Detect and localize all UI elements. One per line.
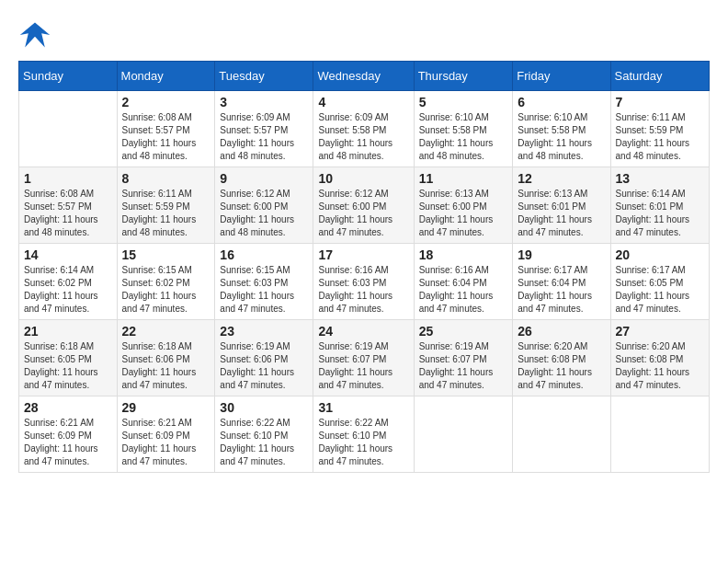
day-number: 2 bbox=[122, 95, 210, 109]
day-number: 30 bbox=[220, 400, 308, 415]
day-info: Sunrise: 6:10 AM Sunset: 5:58 PM Dayligh… bbox=[419, 111, 508, 163]
day-number: 15 bbox=[122, 247, 210, 262]
day-number: 14 bbox=[24, 247, 112, 262]
calendar-cell: 6 Sunrise: 6:10 AM Sunset: 5:58 PM Dayli… bbox=[513, 91, 610, 167]
calendar-cell: 12 Sunrise: 6:13 AM Sunset: 6:01 PM Dayl… bbox=[513, 167, 610, 244]
day-info: Sunrise: 6:17 AM Sunset: 6:04 PM Dayligh… bbox=[518, 264, 605, 316]
calendar-cell: 10 Sunrise: 6:12 AM Sunset: 6:00 PM Dayl… bbox=[313, 167, 414, 244]
day-info: Sunrise: 6:08 AM Sunset: 5:57 PM Dayligh… bbox=[122, 111, 210, 163]
calendar-cell: 3 Sunrise: 6:09 AM Sunset: 5:57 PM Dayli… bbox=[215, 91, 313, 167]
day-number: 25 bbox=[419, 324, 508, 339]
day-number: 22 bbox=[122, 324, 210, 339]
day-header-monday: Monday bbox=[117, 62, 215, 91]
day-number: 5 bbox=[419, 95, 508, 109]
day-header-saturday: Saturday bbox=[610, 62, 709, 91]
day-info: Sunrise: 6:11 AM Sunset: 5:59 PM Dayligh… bbox=[122, 188, 210, 239]
calendar-cell: 20 Sunrise: 6:17 AM Sunset: 6:05 PM Dayl… bbox=[610, 244, 709, 320]
calendar-cell: 7 Sunrise: 6:11 AM Sunset: 5:59 PM Dayli… bbox=[610, 91, 709, 167]
calendar-cell: 17 Sunrise: 6:16 AM Sunset: 6:03 PM Dayl… bbox=[313, 244, 414, 320]
calendar-cell: 27 Sunrise: 6:20 AM Sunset: 6:08 PM Dayl… bbox=[610, 320, 709, 396]
calendar-table: SundayMondayTuesdayWednesdayThursdayFrid… bbox=[18, 61, 710, 473]
day-info: Sunrise: 6:22 AM Sunset: 6:10 PM Dayligh… bbox=[318, 417, 408, 468]
logo-icon bbox=[18, 18, 51, 52]
day-number: 1 bbox=[24, 171, 112, 186]
day-number: 4 bbox=[318, 95, 408, 109]
day-number: 6 bbox=[518, 95, 605, 109]
day-info: Sunrise: 6:13 AM Sunset: 6:00 PM Dayligh… bbox=[419, 188, 508, 239]
calendar-cell: 5 Sunrise: 6:10 AM Sunset: 5:58 PM Dayli… bbox=[414, 91, 513, 167]
calendar-cell: 26 Sunrise: 6:20 AM Sunset: 6:08 PM Dayl… bbox=[513, 320, 610, 396]
day-info: Sunrise: 6:21 AM Sunset: 6:09 PM Dayligh… bbox=[24, 417, 112, 468]
calendar-cell: 28 Sunrise: 6:21 AM Sunset: 6:09 PM Dayl… bbox=[19, 396, 118, 473]
day-number: 12 bbox=[518, 171, 605, 186]
calendar-cell: 13 Sunrise: 6:14 AM Sunset: 6:01 PM Dayl… bbox=[610, 167, 709, 244]
day-number: 28 bbox=[24, 400, 112, 415]
calendar-week-3: 21 Sunrise: 6:18 AM Sunset: 6:05 PM Dayl… bbox=[19, 320, 710, 396]
day-info: Sunrise: 6:16 AM Sunset: 6:03 PM Dayligh… bbox=[318, 264, 408, 316]
calendar-cell: 25 Sunrise: 6:19 AM Sunset: 6:07 PM Dayl… bbox=[414, 320, 513, 396]
day-info: Sunrise: 6:14 AM Sunset: 6:02 PM Dayligh… bbox=[24, 264, 112, 316]
day-number: 11 bbox=[419, 171, 508, 186]
calendar-week-0: 2 Sunrise: 6:08 AM Sunset: 5:57 PM Dayli… bbox=[19, 91, 710, 167]
day-info: Sunrise: 6:20 AM Sunset: 6:08 PM Dayligh… bbox=[518, 340, 605, 392]
calendar-cell: 22 Sunrise: 6:18 AM Sunset: 6:06 PM Dayl… bbox=[117, 320, 215, 396]
calendar-cell: 30 Sunrise: 6:22 AM Sunset: 6:10 PM Dayl… bbox=[215, 396, 313, 473]
calendar-cell: 31 Sunrise: 6:22 AM Sunset: 6:10 PM Dayl… bbox=[313, 396, 414, 473]
calendar-cell: 16 Sunrise: 6:15 AM Sunset: 6:03 PM Dayl… bbox=[215, 244, 313, 320]
day-info: Sunrise: 6:11 AM Sunset: 5:59 PM Dayligh… bbox=[616, 111, 704, 163]
day-number: 20 bbox=[616, 247, 704, 262]
day-info: Sunrise: 6:18 AM Sunset: 6:05 PM Dayligh… bbox=[24, 340, 112, 392]
svg-marker-0 bbox=[20, 23, 50, 48]
calendar-week-4: 28 Sunrise: 6:21 AM Sunset: 6:09 PM Dayl… bbox=[19, 396, 710, 473]
day-number: 21 bbox=[24, 324, 112, 339]
calendar-cell: 14 Sunrise: 6:14 AM Sunset: 6:02 PM Dayl… bbox=[19, 244, 118, 320]
calendar-cell: 21 Sunrise: 6:18 AM Sunset: 6:05 PM Dayl… bbox=[19, 320, 118, 396]
day-header-friday: Friday bbox=[513, 62, 610, 91]
day-info: Sunrise: 6:14 AM Sunset: 6:01 PM Dayligh… bbox=[616, 188, 704, 239]
day-info: Sunrise: 6:12 AM Sunset: 6:00 PM Dayligh… bbox=[220, 188, 308, 239]
day-info: Sunrise: 6:12 AM Sunset: 6:00 PM Dayligh… bbox=[318, 188, 408, 239]
day-header-wednesday: Wednesday bbox=[313, 62, 414, 91]
day-number: 17 bbox=[318, 247, 408, 262]
calendar-cell: 11 Sunrise: 6:13 AM Sunset: 6:00 PM Dayl… bbox=[414, 167, 513, 244]
day-number: 3 bbox=[220, 95, 308, 109]
day-number: 16 bbox=[220, 247, 308, 262]
day-info: Sunrise: 6:15 AM Sunset: 6:03 PM Dayligh… bbox=[220, 264, 308, 316]
day-number: 7 bbox=[616, 95, 704, 109]
day-info: Sunrise: 6:09 AM Sunset: 5:57 PM Dayligh… bbox=[220, 111, 308, 163]
day-header-sunday: Sunday bbox=[19, 62, 118, 91]
day-number: 23 bbox=[220, 324, 308, 339]
calendar-cell bbox=[414, 396, 513, 473]
calendar-header-row: SundayMondayTuesdayWednesdayThursdayFrid… bbox=[19, 62, 710, 91]
calendar-cell: 1 Sunrise: 6:08 AM Sunset: 5:57 PM Dayli… bbox=[19, 167, 118, 244]
day-info: Sunrise: 6:19 AM Sunset: 6:07 PM Dayligh… bbox=[419, 340, 508, 392]
calendar-cell bbox=[513, 396, 610, 473]
day-number: 26 bbox=[518, 324, 605, 339]
day-info: Sunrise: 6:10 AM Sunset: 5:58 PM Dayligh… bbox=[518, 111, 605, 163]
page-header bbox=[18, 18, 710, 52]
day-number: 24 bbox=[318, 324, 408, 339]
calendar-cell: 15 Sunrise: 6:15 AM Sunset: 6:02 PM Dayl… bbox=[117, 244, 215, 320]
day-number: 18 bbox=[419, 247, 508, 262]
calendar-cell bbox=[19, 91, 118, 167]
day-number: 19 bbox=[518, 247, 605, 262]
day-info: Sunrise: 6:15 AM Sunset: 6:02 PM Dayligh… bbox=[122, 264, 210, 316]
day-number: 31 bbox=[318, 400, 408, 415]
day-info: Sunrise: 6:16 AM Sunset: 6:04 PM Dayligh… bbox=[419, 264, 508, 316]
calendar-cell: 4 Sunrise: 6:09 AM Sunset: 5:58 PM Dayli… bbox=[313, 91, 414, 167]
day-info: Sunrise: 6:18 AM Sunset: 6:06 PM Dayligh… bbox=[122, 340, 210, 392]
day-info: Sunrise: 6:17 AM Sunset: 6:05 PM Dayligh… bbox=[616, 264, 704, 316]
day-number: 13 bbox=[616, 171, 704, 186]
day-info: Sunrise: 6:13 AM Sunset: 6:01 PM Dayligh… bbox=[518, 188, 605, 239]
calendar-week-1: 1 Sunrise: 6:08 AM Sunset: 5:57 PM Dayli… bbox=[19, 167, 710, 244]
calendar-cell bbox=[610, 396, 709, 473]
day-number: 10 bbox=[318, 171, 408, 186]
day-number: 9 bbox=[220, 171, 308, 186]
day-header-thursday: Thursday bbox=[414, 62, 513, 91]
logo bbox=[18, 18, 55, 52]
day-info: Sunrise: 6:09 AM Sunset: 5:58 PM Dayligh… bbox=[318, 111, 408, 163]
day-number: 29 bbox=[122, 400, 210, 415]
day-info: Sunrise: 6:22 AM Sunset: 6:10 PM Dayligh… bbox=[220, 417, 308, 468]
calendar-cell: 24 Sunrise: 6:19 AM Sunset: 6:07 PM Dayl… bbox=[313, 320, 414, 396]
day-info: Sunrise: 6:19 AM Sunset: 6:06 PM Dayligh… bbox=[220, 340, 308, 392]
